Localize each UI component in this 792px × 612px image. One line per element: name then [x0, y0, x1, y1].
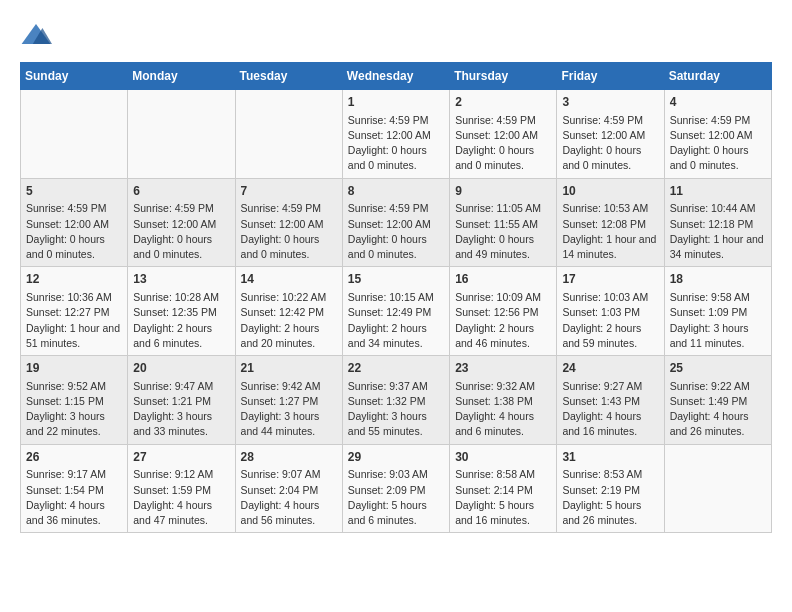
calendar-cell: 30Sunrise: 8:58 AM Sunset: 2:14 PM Dayli…	[450, 444, 557, 533]
calendar-cell: 27Sunrise: 9:12 AM Sunset: 1:59 PM Dayli…	[128, 444, 235, 533]
calendar-cell: 2Sunrise: 4:59 PM Sunset: 12:00 AM Dayli…	[450, 90, 557, 179]
calendar-header-wednesday: Wednesday	[342, 63, 449, 90]
day-info: Sunrise: 4:59 PM Sunset: 12:00 AM Daylig…	[133, 201, 229, 262]
calendar-cell: 6Sunrise: 4:59 PM Sunset: 12:00 AM Dayli…	[128, 178, 235, 267]
calendar-cell: 18Sunrise: 9:58 AM Sunset: 1:09 PM Dayli…	[664, 267, 771, 356]
day-info: Sunrise: 9:52 AM Sunset: 1:15 PM Dayligh…	[26, 379, 122, 440]
day-info: Sunrise: 9:58 AM Sunset: 1:09 PM Dayligh…	[670, 290, 766, 351]
calendar-cell: 22Sunrise: 9:37 AM Sunset: 1:32 PM Dayli…	[342, 356, 449, 445]
day-info: Sunrise: 10:28 AM Sunset: 12:35 PM Dayli…	[133, 290, 229, 351]
day-info: Sunrise: 10:22 AM Sunset: 12:42 PM Dayli…	[241, 290, 337, 351]
day-number: 25	[670, 360, 766, 377]
day-number: 4	[670, 94, 766, 111]
calendar-week-row: 19Sunrise: 9:52 AM Sunset: 1:15 PM Dayli…	[21, 356, 772, 445]
calendar-header-tuesday: Tuesday	[235, 63, 342, 90]
day-number: 24	[562, 360, 658, 377]
day-number: 7	[241, 183, 337, 200]
day-info: Sunrise: 10:44 AM Sunset: 12:18 PM Dayli…	[670, 201, 766, 262]
day-info: Sunrise: 10:15 AM Sunset: 12:49 PM Dayli…	[348, 290, 444, 351]
calendar-cell: 21Sunrise: 9:42 AM Sunset: 1:27 PM Dayli…	[235, 356, 342, 445]
day-number: 3	[562, 94, 658, 111]
calendar-header-row: SundayMondayTuesdayWednesdayThursdayFrid…	[21, 63, 772, 90]
logo	[20, 20, 58, 52]
calendar-header-saturday: Saturday	[664, 63, 771, 90]
calendar-cell: 11Sunrise: 10:44 AM Sunset: 12:18 PM Day…	[664, 178, 771, 267]
day-info: Sunrise: 9:37 AM Sunset: 1:32 PM Dayligh…	[348, 379, 444, 440]
day-info: Sunrise: 9:07 AM Sunset: 2:04 PM Dayligh…	[241, 467, 337, 528]
calendar-cell: 4Sunrise: 4:59 PM Sunset: 12:00 AM Dayli…	[664, 90, 771, 179]
calendar-cell	[128, 90, 235, 179]
day-number: 2	[455, 94, 551, 111]
day-info: Sunrise: 4:59 PM Sunset: 12:00 AM Daylig…	[241, 201, 337, 262]
page-header	[20, 20, 772, 52]
day-number: 22	[348, 360, 444, 377]
calendar-cell: 16Sunrise: 10:09 AM Sunset: 12:56 PM Day…	[450, 267, 557, 356]
calendar-header-friday: Friday	[557, 63, 664, 90]
calendar-cell: 25Sunrise: 9:22 AM Sunset: 1:49 PM Dayli…	[664, 356, 771, 445]
day-info: Sunrise: 4:59 PM Sunset: 12:00 AM Daylig…	[348, 113, 444, 174]
calendar-cell: 12Sunrise: 10:36 AM Sunset: 12:27 PM Day…	[21, 267, 128, 356]
day-number: 9	[455, 183, 551, 200]
calendar-cell: 17Sunrise: 10:03 AM Sunset: 1:03 PM Dayl…	[557, 267, 664, 356]
day-number: 19	[26, 360, 122, 377]
day-info: Sunrise: 4:59 PM Sunset: 12:00 AM Daylig…	[562, 113, 658, 174]
day-info: Sunrise: 9:03 AM Sunset: 2:09 PM Dayligh…	[348, 467, 444, 528]
day-info: Sunrise: 4:59 PM Sunset: 12:00 AM Daylig…	[670, 113, 766, 174]
calendar-table: SundayMondayTuesdayWednesdayThursdayFrid…	[20, 62, 772, 533]
calendar-week-row: 12Sunrise: 10:36 AM Sunset: 12:27 PM Day…	[21, 267, 772, 356]
day-number: 27	[133, 449, 229, 466]
calendar-header-thursday: Thursday	[450, 63, 557, 90]
day-number: 12	[26, 271, 122, 288]
day-info: Sunrise: 9:22 AM Sunset: 1:49 PM Dayligh…	[670, 379, 766, 440]
day-info: Sunrise: 4:59 PM Sunset: 12:00 AM Daylig…	[348, 201, 444, 262]
day-info: Sunrise: 10:36 AM Sunset: 12:27 PM Dayli…	[26, 290, 122, 351]
day-number: 16	[455, 271, 551, 288]
day-info: Sunrise: 9:27 AM Sunset: 1:43 PM Dayligh…	[562, 379, 658, 440]
day-info: Sunrise: 8:53 AM Sunset: 2:19 PM Dayligh…	[562, 467, 658, 528]
calendar-cell: 3Sunrise: 4:59 PM Sunset: 12:00 AM Dayli…	[557, 90, 664, 179]
day-info: Sunrise: 4:59 PM Sunset: 12:00 AM Daylig…	[455, 113, 551, 174]
day-number: 30	[455, 449, 551, 466]
calendar-cell: 29Sunrise: 9:03 AM Sunset: 2:09 PM Dayli…	[342, 444, 449, 533]
calendar-cell: 24Sunrise: 9:27 AM Sunset: 1:43 PM Dayli…	[557, 356, 664, 445]
day-info: Sunrise: 9:42 AM Sunset: 1:27 PM Dayligh…	[241, 379, 337, 440]
logo-icon	[20, 20, 52, 52]
calendar-cell: 7Sunrise: 4:59 PM Sunset: 12:00 AM Dayli…	[235, 178, 342, 267]
day-number: 29	[348, 449, 444, 466]
day-number: 5	[26, 183, 122, 200]
day-number: 13	[133, 271, 229, 288]
day-info: Sunrise: 9:47 AM Sunset: 1:21 PM Dayligh…	[133, 379, 229, 440]
calendar-cell: 20Sunrise: 9:47 AM Sunset: 1:21 PM Dayli…	[128, 356, 235, 445]
day-number: 1	[348, 94, 444, 111]
day-info: Sunrise: 11:05 AM Sunset: 11:55 AM Dayli…	[455, 201, 551, 262]
day-info: Sunrise: 4:59 PM Sunset: 12:00 AM Daylig…	[26, 201, 122, 262]
day-info: Sunrise: 9:32 AM Sunset: 1:38 PM Dayligh…	[455, 379, 551, 440]
calendar-cell	[21, 90, 128, 179]
day-number: 6	[133, 183, 229, 200]
day-number: 17	[562, 271, 658, 288]
calendar-cell: 10Sunrise: 10:53 AM Sunset: 12:08 PM Day…	[557, 178, 664, 267]
calendar-cell	[235, 90, 342, 179]
calendar-cell	[664, 444, 771, 533]
day-number: 10	[562, 183, 658, 200]
day-number: 8	[348, 183, 444, 200]
day-number: 31	[562, 449, 658, 466]
calendar-cell: 5Sunrise: 4:59 PM Sunset: 12:00 AM Dayli…	[21, 178, 128, 267]
calendar-cell: 31Sunrise: 8:53 AM Sunset: 2:19 PM Dayli…	[557, 444, 664, 533]
calendar-cell: 1Sunrise: 4:59 PM Sunset: 12:00 AM Dayli…	[342, 90, 449, 179]
day-number: 11	[670, 183, 766, 200]
calendar-week-row: 1Sunrise: 4:59 PM Sunset: 12:00 AM Dayli…	[21, 90, 772, 179]
calendar-header-monday: Monday	[128, 63, 235, 90]
calendar-week-row: 26Sunrise: 9:17 AM Sunset: 1:54 PM Dayli…	[21, 444, 772, 533]
calendar-cell: 9Sunrise: 11:05 AM Sunset: 11:55 AM Dayl…	[450, 178, 557, 267]
day-info: Sunrise: 10:53 AM Sunset: 12:08 PM Dayli…	[562, 201, 658, 262]
calendar-cell: 14Sunrise: 10:22 AM Sunset: 12:42 PM Day…	[235, 267, 342, 356]
calendar-cell: 28Sunrise: 9:07 AM Sunset: 2:04 PM Dayli…	[235, 444, 342, 533]
day-info: Sunrise: 10:09 AM Sunset: 12:56 PM Dayli…	[455, 290, 551, 351]
calendar-cell: 15Sunrise: 10:15 AM Sunset: 12:49 PM Day…	[342, 267, 449, 356]
day-number: 14	[241, 271, 337, 288]
day-info: Sunrise: 8:58 AM Sunset: 2:14 PM Dayligh…	[455, 467, 551, 528]
calendar-cell: 8Sunrise: 4:59 PM Sunset: 12:00 AM Dayli…	[342, 178, 449, 267]
day-number: 26	[26, 449, 122, 466]
calendar-cell: 26Sunrise: 9:17 AM Sunset: 1:54 PM Dayli…	[21, 444, 128, 533]
